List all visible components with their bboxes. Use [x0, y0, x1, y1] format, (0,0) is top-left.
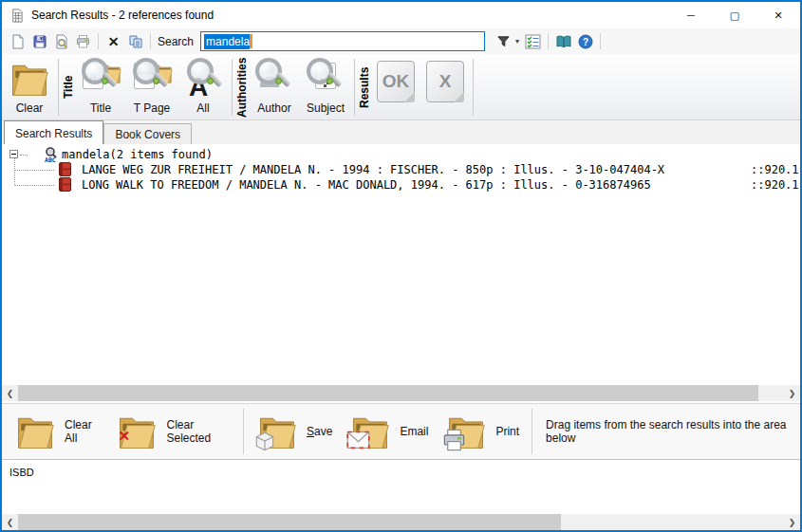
tree-connector	[14, 185, 54, 186]
print-icon	[75, 34, 91, 49]
print-results-button[interactable]: Print	[437, 405, 528, 458]
toolbar-separator	[600, 33, 601, 49]
tab-bar: Search Results Book Covers	[2, 120, 800, 144]
close-button[interactable]: ✕	[756, 2, 800, 28]
tree-item-row[interactable]: LONG WALK TO FREEDOM / MANDELA N. - MAC …	[2, 177, 800, 193]
save-results-button[interactable]: Save	[248, 405, 341, 458]
magnifier-icon	[82, 58, 108, 84]
ribbon-separator	[232, 59, 233, 116]
app-window: Search Results - 2 references found ─ ▢ …	[0, 0, 802, 532]
author-button-label: Author	[257, 101, 290, 115]
save-results-label: Save	[307, 425, 332, 438]
scroll-left-button[interactable]: ❮	[2, 514, 18, 530]
search-title-button[interactable]: a Title	[75, 55, 126, 119]
print-preview-button[interactable]	[50, 31, 72, 52]
red-x-icon: ✕	[118, 428, 130, 445]
tab-book-covers[interactable]: Book Covers	[103, 123, 192, 144]
clear-selected-label: Clear Selected	[166, 418, 231, 445]
magnifier-icon	[187, 58, 214, 84]
search-title-page-button[interactable]: T Page	[126, 55, 177, 119]
minimize-button[interactable]: ─	[669, 2, 713, 28]
drag-hint-text: Drag items from the search results into …	[546, 418, 796, 445]
result-item-code: ::920.1	[751, 163, 799, 176]
printer-icon	[441, 428, 467, 453]
save-button[interactable]	[28, 31, 50, 52]
title-button-label: Title	[90, 101, 111, 115]
window-controls: ─ ▢ ✕	[669, 2, 800, 28]
scroll-right-button[interactable]: ❯	[784, 514, 800, 530]
filter-funnel-icon	[496, 34, 511, 48]
checklist-icon	[525, 34, 541, 49]
authorities-group-label: Authorities	[235, 55, 249, 119]
isbd-drop-area[interactable]: ISBD	[2, 459, 800, 514]
filter-button[interactable]	[493, 31, 514, 52]
toolbar-separator	[98, 33, 99, 49]
cancel-x-button[interactable]: X	[426, 61, 464, 102]
tree-root-label: mandela(2 items found)	[62, 148, 213, 161]
bottom-horizontal-scrollbar: ❮ ❯	[2, 514, 800, 530]
search-results-tree: ABC mandela(2 items found) LANGE WEG ZUR…	[2, 144, 800, 385]
maximize-button[interactable]: ▢	[713, 2, 756, 28]
tree-connector	[14, 170, 54, 171]
clear-button[interactable]: Clear	[4, 55, 55, 119]
search-author-button[interactable]: Author	[249, 55, 300, 119]
print-results-label: Print	[495, 425, 519, 438]
window-title: Search Results - 2 references found	[31, 9, 214, 22]
magnifier-icon	[307, 58, 333, 84]
book-covers-button[interactable]	[552, 31, 574, 52]
magnifier-icon	[255, 58, 282, 84]
tab-search-results[interactable]: Search Results	[4, 120, 103, 144]
results-group-label: Results	[358, 55, 371, 119]
tree-root-row[interactable]: ABC mandela(2 items found)	[2, 147, 800, 162]
ribbon-toolbar: Clear Title a Title T Page A	[2, 54, 800, 120]
search-all-button[interactable]: A All	[177, 55, 229, 119]
scroll-left-button[interactable]: ❮	[2, 385, 18, 401]
email-button[interactable]: Email	[341, 405, 437, 458]
ribbon-separator	[354, 59, 355, 116]
help-button[interactable]: ?	[574, 31, 596, 52]
new-document-icon	[10, 34, 26, 49]
tree-horizontal-scrollbar: ❮ ❯	[2, 385, 800, 401]
scrollbar-thumb[interactable]	[18, 385, 758, 401]
book-icon	[59, 162, 71, 176]
scrollbar-track[interactable]	[758, 385, 784, 401]
clear-label: Clear	[16, 101, 44, 115]
print-preview-icon	[54, 34, 69, 49]
ribbon-separator	[473, 59, 474, 116]
copy-button[interactable]	[124, 31, 146, 52]
bottom-toolbar: Clear All ✕ Clear Selected Save Email	[2, 401, 800, 459]
search-subject-button[interactable]: Subject	[300, 55, 351, 119]
delete-button[interactable]: ✕	[103, 31, 124, 52]
search-abc-icon: ABC	[44, 147, 59, 162]
all-button-label: All	[196, 101, 209, 115]
result-item-code: ::920.1	[751, 178, 799, 192]
folder-icon	[14, 411, 56, 452]
top-toolbar: ✕ Search mandela ▾	[2, 28, 800, 54]
help-icon: ?	[578, 34, 593, 49]
folder-icon	[9, 58, 50, 100]
new-document-button[interactable]	[7, 31, 28, 52]
search-input[interactable]: mandela	[200, 31, 485, 51]
open-book-icon	[555, 34, 572, 49]
tree-connector	[20, 155, 28, 156]
book-icon	[59, 177, 71, 192]
clear-selected-button[interactable]: ✕ Clear Selected	[107, 405, 239, 458]
ok-button[interactable]: OK	[377, 61, 415, 102]
save-icon	[32, 34, 47, 49]
scrollbar-track[interactable]	[561, 514, 784, 530]
toolbar-separator	[548, 33, 549, 49]
tpage-button-label: T Page	[134, 101, 170, 115]
subject-button-label: Subject	[307, 101, 345, 115]
filter-dropdown-icon[interactable]: ▾	[515, 37, 519, 46]
tree-item-row[interactable]: LANGE WEG ZUR FREIHEIT / MANDELA N. - 19…	[2, 162, 800, 177]
text-caret	[250, 34, 252, 48]
scrollbar-thumb[interactable]	[18, 514, 561, 530]
scroll-right-button[interactable]: ❯	[784, 385, 800, 401]
clear-all-button[interactable]: Clear All	[6, 405, 107, 458]
app-grid-icon	[9, 9, 24, 23]
collapse-icon[interactable]	[9, 150, 18, 158]
print-button[interactable]	[72, 31, 94, 52]
checklist-button[interactable]	[522, 31, 544, 52]
svg-text:?: ?	[582, 36, 588, 46]
ribbon-separator	[58, 59, 59, 116]
